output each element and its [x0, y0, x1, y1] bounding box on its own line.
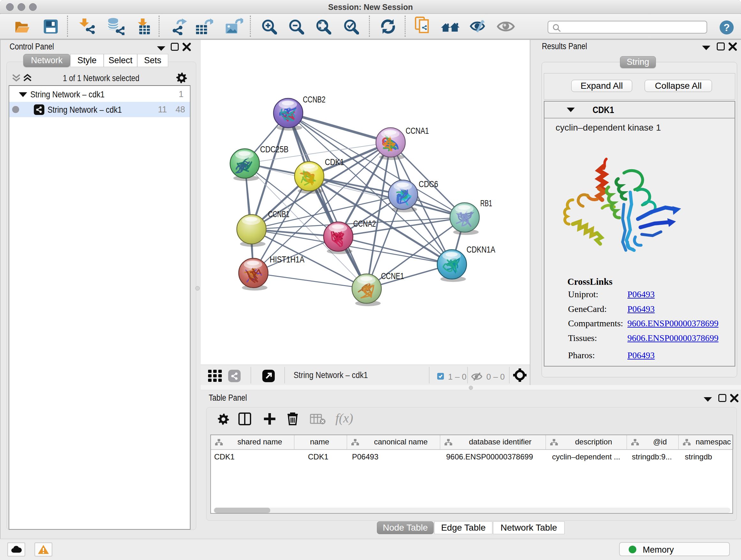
svg-text:?: ?: [724, 22, 730, 33]
svg-text:CCNB2: CCNB2: [303, 95, 326, 105]
svg-text:RB1: RB1: [480, 199, 492, 208]
svg-text:HIST1H1A: HIST1H1A: [270, 255, 305, 264]
svg-text:CCNA2: CCNA2: [353, 219, 376, 229]
svg-text:CDK1: CDK1: [325, 158, 344, 167]
svg-text:CCNB1: CCNB1: [268, 209, 289, 219]
svg-text:CDKN1A: CDKN1A: [467, 245, 495, 254]
svg-text:CCNE1: CCNE1: [381, 271, 404, 281]
svg-text:CDC6: CDC6: [419, 179, 438, 189]
svg-text:CDC25B: CDC25B: [260, 145, 288, 154]
svg-text:CCNA1: CCNA1: [406, 126, 429, 136]
